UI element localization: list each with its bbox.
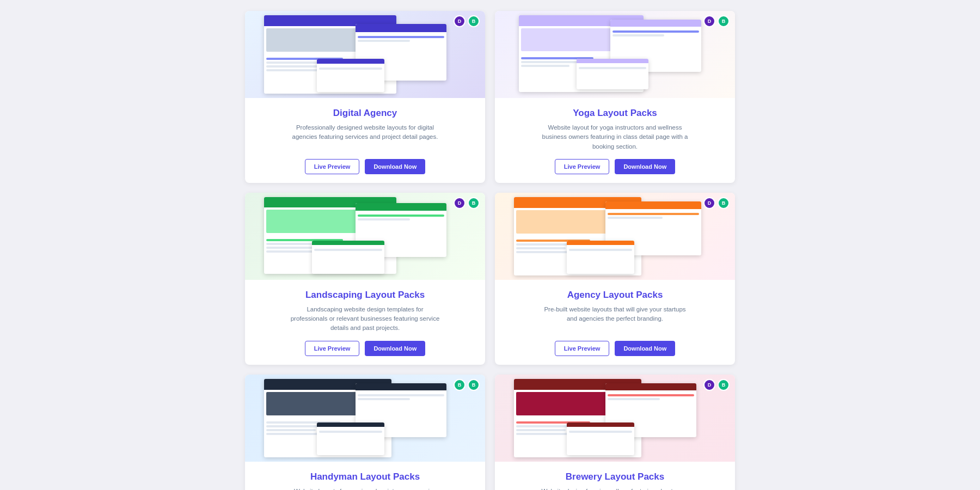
card-title-digital-agency: Digital Agency — [333, 108, 397, 119]
badge-b-br: B — [718, 379, 730, 391]
mock-screen-ha-3 — [317, 422, 384, 456]
card-title-agency: Agency Layout Packs — [567, 290, 663, 301]
card-desc-handyman: Website layouts for repair and maintenan… — [289, 487, 442, 491]
badge-d-ag: D — [703, 197, 715, 209]
badge-d-la: D — [454, 197, 465, 209]
card-desc-digital-agency: Professionally designed website layouts … — [289, 123, 442, 142]
card-image-landscaping: D B — [245, 193, 485, 280]
mock-screen-ag-3 — [567, 241, 634, 274]
preview-button-agency[interactable]: Live Preview — [555, 341, 610, 356]
mock-screen-br-3 — [567, 422, 634, 456]
card-image-digital-agency: D B — [245, 11, 485, 98]
download-button-digital-agency[interactable]: Download Now — [365, 159, 425, 174]
card-actions-yoga: Live Preview Download Now — [555, 159, 675, 174]
card-image-handyman: B B — [245, 375, 485, 462]
card-title-handyman: Handyman Layout Packs — [310, 471, 420, 482]
card-content-agency: Agency Layout Packs Pre-built website la… — [495, 280, 735, 365]
preview-button-digital-agency[interactable]: Live Preview — [305, 159, 360, 174]
card-actions-digital-agency: Live Preview Download Now — [305, 159, 425, 174]
card-image-yoga: D B — [495, 11, 735, 98]
card-agency: D B — [495, 193, 735, 365]
card-yoga: D B — [495, 11, 735, 183]
card-badges-ha: B B — [454, 379, 480, 391]
card-desc-landscaping: Landscaping website design templates for… — [289, 305, 442, 333]
preview-button-yoga[interactable]: Live Preview — [555, 159, 610, 174]
card-title-brewery: Brewery Layout Packs — [566, 471, 664, 482]
card-brewery: D B — [495, 375, 735, 491]
mock-screen-la-3 — [312, 241, 384, 274]
card-title-landscaping: Landscaping Layout Packs — [305, 290, 425, 301]
card-content-brewery: Brewery Layout Packs Website design for … — [495, 462, 735, 491]
badge-b-ya: B — [718, 15, 730, 27]
card-image-brewery: D B — [495, 375, 735, 462]
card-badges-la: D B — [454, 197, 480, 209]
card-badges-ya: D B — [703, 15, 730, 27]
badge-d-da: D — [454, 15, 465, 27]
preview-button-landscaping[interactable]: Live Preview — [305, 341, 360, 356]
card-landscaping: D B — [245, 193, 485, 365]
download-button-yoga[interactable]: Download Now — [615, 159, 675, 174]
card-title-yoga: Yoga Layout Packs — [573, 108, 657, 119]
card-content-digital-agency: Digital Agency Professionally designed w… — [245, 98, 485, 183]
card-badges-ag: D B — [703, 197, 730, 209]
download-button-landscaping[interactable]: Download Now — [365, 341, 425, 356]
card-handyman: B B — [245, 375, 485, 491]
card-content-handyman: Handyman Layout Packs Website layouts fo… — [245, 462, 485, 491]
download-button-agency[interactable]: Download Now — [615, 341, 675, 356]
card-digital-agency: D B — [245, 11, 485, 183]
mock-screen-ya-3 — [577, 59, 648, 89]
badge-b2-ha: B — [468, 379, 480, 391]
card-image-agency: D B — [495, 193, 735, 280]
card-actions-agency: Live Preview Download Now — [555, 341, 675, 356]
mock-screen-da-3 — [317, 59, 384, 92]
card-desc-yoga: Website layout for yoga instructors and … — [539, 123, 691, 151]
badge-b-da: B — [468, 15, 480, 27]
card-desc-brewery: Website design for wine sellers, featuri… — [539, 487, 691, 491]
badge-b-la: B — [468, 197, 480, 209]
card-desc-agency: Pre-built website layouts that will give… — [539, 305, 691, 324]
card-badges-da: D B — [454, 15, 480, 27]
card-badges-br: D B — [703, 379, 730, 391]
card-actions-landscaping: Live Preview Download Now — [305, 341, 425, 356]
badge-b-ha: B — [454, 379, 465, 391]
card-content-landscaping: Landscaping Layout Packs Landscaping web… — [245, 280, 485, 365]
badge-d-br: D — [703, 379, 715, 391]
layout-packs-grid: D B — [245, 11, 735, 490]
badge-d-ya: D — [703, 15, 715, 27]
badge-b-ag: B — [718, 197, 730, 209]
card-content-yoga: Yoga Layout Packs Website layout for yog… — [495, 98, 735, 183]
